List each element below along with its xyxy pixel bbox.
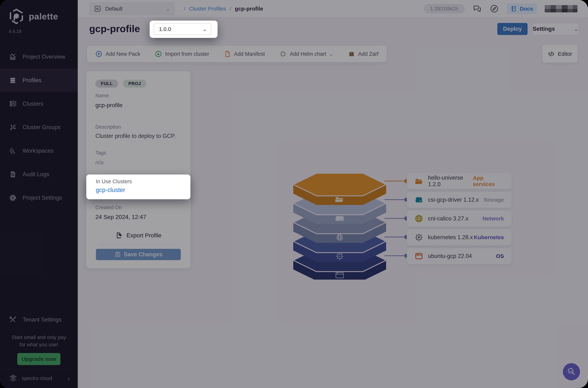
- profile-version-dropdown[interactable]: 1.0.0 ⌄: [154, 23, 211, 35]
- docs-button[interactable]: Docs: [507, 3, 537, 14]
- sidebar-item-tenant-settings[interactable]: Tenant Settings: [0, 310, 78, 330]
- sidebar-item-workspaces[interactable]: Workspaces: [0, 139, 78, 163]
- profile-toolbar: Add New Pack Import from cluster Add Man…: [87, 46, 386, 62]
- sidebar-item-cluster-groups[interactable]: Cluster Groups: [0, 116, 78, 139]
- help-search-bubble-button[interactable]: [563, 363, 580, 380]
- badge-proj: PROJ: [123, 80, 146, 88]
- page-title: gcp-profile: [89, 23, 140, 34]
- add-zarf-label: Add Zarf: [358, 51, 379, 57]
- profile-layer-stack: [289, 170, 391, 280]
- pack-row-hello-universe[interactable]: hello-universe 1.2.0 App services: [407, 173, 512, 189]
- add-zarf-button[interactable]: Add Zarf: [348, 50, 379, 58]
- version-spotlight: 1.0.0 ⌄: [150, 21, 218, 38]
- pack-row-cni-calico[interactable]: cni-calico 3.27.x Network: [407, 211, 512, 227]
- in-use-clusters-label: In Use Clusters: [96, 178, 132, 185]
- project-selector-value: Default: [105, 6, 122, 12]
- add-manifest-button[interactable]: Add Manifest: [224, 50, 265, 58]
- pack-row-csi-gcp-driver[interactable]: csi-gcp-driver 1.12.x Storage: [407, 192, 512, 208]
- chat-icon: [472, 4, 482, 13]
- audit-log-icon: [9, 170, 17, 178]
- compass-icon: [490, 4, 499, 13]
- sidebar-item-label: Audit Logs: [23, 171, 49, 178]
- topbar-actions: 1.29/100kCh Docs: [424, 3, 577, 14]
- sidebar: palette 4.4.19 Project Overview Profiles: [0, 0, 78, 388]
- name-value: gcp-profile: [95, 102, 122, 109]
- brand-name: spectro cloud: [22, 375, 52, 381]
- sidebar-item-project-overview[interactable]: Project Overview: [0, 45, 78, 69]
- sidebar-item-label: Project Overview: [23, 53, 65, 60]
- palette-logo: palette: [8, 8, 58, 25]
- usage-badge: 1.29/100kCh: [424, 4, 465, 13]
- pack-row-kubernetes[interactable]: kubernetes 1.28.x Kubernetes: [407, 229, 512, 245]
- sidebar-nav: Project Overview Profiles Clusters: [0, 45, 78, 210]
- sidebar-item-label: Clusters: [23, 100, 43, 107]
- breadcrumb: / Cluster Profiles / gcp-profile: [184, 6, 263, 12]
- description-value: Cluster profile to deploy to GCP.: [95, 133, 176, 139]
- created-on-label: Created On: [95, 205, 122, 210]
- export-profile-button[interactable]: Export Profile: [86, 232, 190, 239]
- save-changes-button[interactable]: Save Changes: [96, 249, 181, 260]
- sidebar-item-profiles[interactable]: Profiles: [0, 69, 78, 92]
- pack-name: cni-calico 3.27.x: [428, 215, 468, 222]
- breadcrumb-link-cluster-profiles[interactable]: Cluster Profiles: [189, 6, 226, 12]
- app-version: 4.4.19: [9, 29, 22, 34]
- add-helm-chart-button[interactable]: Add Helm chart ⌄: [279, 50, 333, 58]
- tags-label: Tags: [95, 150, 106, 156]
- chat-button[interactable]: [472, 4, 482, 13]
- export-profile-label: Export Profile: [127, 232, 161, 239]
- topbar: Default ⌄ / Cluster Profiles / gcp-profi…: [78, 0, 588, 18]
- spectro-cloud-logo-icon: [8, 373, 18, 384]
- description-label: Description: [95, 124, 121, 130]
- orbit-icon: [9, 147, 17, 155]
- save-icon: [114, 251, 121, 258]
- open-folder-icon: [414, 177, 423, 185]
- pack-category: App services: [473, 175, 504, 187]
- book-icon: [511, 5, 517, 12]
- editor-toggle-button[interactable]: Editor: [542, 45, 577, 63]
- sidebar-item-audit-logs[interactable]: Audit Logs: [0, 163, 78, 186]
- chevron-down-icon: ⌄: [574, 26, 578, 32]
- logo-wordmark: palette: [29, 11, 58, 22]
- import-from-cluster-button[interactable]: Import from cluster: [155, 50, 209, 58]
- sidebar-item-clusters[interactable]: Clusters: [0, 92, 78, 116]
- helm-wheel-icon: [279, 50, 287, 58]
- collapse-sidebar-icon[interactable]: ‹: [68, 375, 70, 382]
- created-on-value: 24 Sep 2024, 12:47: [95, 214, 146, 220]
- pack-category: Network: [482, 216, 504, 222]
- sidebar-item-label: Profiles: [23, 77, 41, 84]
- os-window-icon: [414, 252, 423, 261]
- deploy-button[interactable]: Deploy: [497, 23, 528, 35]
- globe-icon: [414, 214, 423, 223]
- editor-label: Editor: [558, 51, 572, 57]
- breadcrumb-separator: /: [184, 6, 185, 12]
- storage-drive-icon: [336, 216, 344, 221]
- network-nodes-icon: [9, 123, 17, 131]
- sidebar-footer: spectro cloud ‹: [0, 368, 78, 388]
- settings-button[interactable]: Settings ⌄: [532, 23, 578, 35]
- project-selector[interactable]: Default ⌄: [89, 2, 175, 15]
- import-from-cluster-label: Import from cluster: [165, 51, 209, 57]
- profile-badges: FULL PROJ: [95, 80, 147, 88]
- gear-icon: [9, 194, 17, 202]
- sidebar-item-project-settings[interactable]: Project Settings: [0, 186, 78, 210]
- in-use-cluster-link[interactable]: gcp-cluster: [96, 187, 125, 194]
- add-new-pack-button[interactable]: Add New Pack: [95, 50, 140, 58]
- user-name-redacted[interactable]: [545, 5, 577, 12]
- add-manifest-label: Add Manifest: [234, 51, 265, 57]
- pack-row-ubuntu-gcp[interactable]: ubuntu-gcp 22.04 OS: [407, 248, 512, 264]
- in-use-clusters-spotlight: In Use Clusters gcp-cluster: [86, 174, 190, 199]
- badge-full: FULL: [95, 80, 118, 88]
- chevron-down-icon: ⌄: [203, 26, 207, 32]
- magnifier-smile-icon: [567, 367, 576, 377]
- export-icon: [115, 232, 123, 239]
- settings-label: Settings: [533, 26, 555, 32]
- upgrade-now-button[interactable]: Upgrade now: [17, 353, 60, 365]
- sidebar-item-label: Workspaces: [23, 147, 53, 154]
- add-new-pack-label: Add New Pack: [106, 51, 140, 57]
- explore-button[interactable]: [490, 4, 499, 13]
- breadcrumb-separator: /: [230, 6, 231, 12]
- zarf-package-icon: [348, 50, 355, 58]
- sidebar-item-label: Tenant Settings: [23, 316, 62, 323]
- tools-icon: [9, 316, 17, 324]
- stack-layer-app-services[interactable]: [293, 173, 386, 205]
